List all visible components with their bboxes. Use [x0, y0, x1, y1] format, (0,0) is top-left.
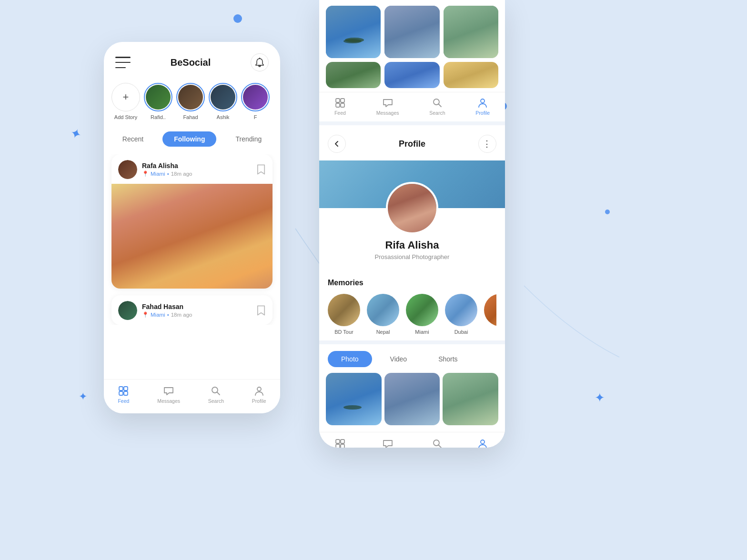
memory-nepal[interactable]: Nepal [367, 294, 399, 335]
media-tab-photo[interactable]: Photo [328, 351, 372, 367]
svg-rect-2 [119, 391, 123, 395]
svg-rect-7 [341, 99, 344, 102]
nav-messages-profile[interactable]: Messages [376, 438, 399, 448]
photo-grid-top [319, 0, 505, 92]
story-avatar-ashik [209, 83, 237, 111]
messages-icon-top [382, 97, 394, 109]
memory-miami[interactable]: Miami [406, 294, 438, 335]
profile-page-title: Profile [399, 139, 425, 149]
memories-section: Memories BD Tour Nepal Miami Dubai [319, 270, 505, 340]
photo-thumb-5[interactable] [384, 62, 439, 88]
nav-search-top[interactable]: Search [429, 97, 445, 116]
photo-grid-item-2[interactable] [384, 373, 440, 425]
add-story-button[interactable]: + Add Story [111, 83, 140, 120]
right-phone: Feed Messages Search [319, 0, 505, 448]
story-item-extra[interactable]: F [241, 83, 270, 120]
photo-thumb-1[interactable] [326, 6, 381, 58]
post-meta-1: 📍 Miami • 18m ago [142, 170, 192, 177]
nav-profile-left[interactable]: Profile [252, 385, 266, 404]
app-header: BeSocial [104, 42, 280, 79]
post-image-1 [111, 184, 273, 289]
back-button[interactable] [328, 135, 346, 153]
memory-extra[interactable]: I [484, 294, 496, 335]
nav-messages-left[interactable]: Messages [157, 385, 180, 404]
bottom-nav-top: Feed Messages Search [319, 92, 505, 121]
svg-rect-15 [341, 444, 344, 448]
media-tab-shorts[interactable]: Shorts [425, 351, 471, 367]
story-item-rafid[interactable]: Rafid.. [144, 83, 172, 120]
svg-rect-1 [124, 387, 128, 390]
memory-circle-nepal [367, 294, 399, 326]
story-item-ashik[interactable]: Ashik [209, 83, 237, 120]
nav-profile-profile[interactable]: Profile [475, 438, 490, 448]
memory-circle-dubai [445, 294, 477, 326]
profile-icon-profile [477, 438, 488, 448]
svg-point-11 [481, 99, 485, 103]
memory-label-nepal: Nepal [376, 329, 390, 335]
post-avatar-2 [118, 301, 137, 320]
section-separator [319, 121, 505, 125]
story-label-ashik: Ashik [217, 114, 230, 120]
svg-point-5 [257, 387, 261, 391]
story-avatar-rafid [144, 83, 172, 111]
profile-icon-top [477, 97, 488, 109]
search-icon-top [432, 97, 443, 109]
photo-thumb-4[interactable] [326, 62, 381, 88]
tab-recent[interactable]: Recent [111, 131, 155, 147]
location-pin-icon: 📍 [142, 170, 149, 177]
post-location-1: Miami [151, 171, 165, 177]
nav-messages-top[interactable]: Messages [376, 97, 399, 116]
filter-tabs: Recent Following Trending [104, 128, 280, 154]
photo-thumb-3[interactable] [444, 6, 498, 58]
photo-grid-item-3[interactable] [443, 373, 498, 425]
notifications-button[interactable] [251, 53, 269, 71]
media-tabs: Photo Video Shorts [319, 344, 505, 373]
post-location-2: Miami [151, 312, 165, 318]
post-time-1: 18m ago [171, 171, 192, 177]
messages-icon-profile [382, 438, 394, 448]
more-options-button[interactable]: ⋮ [478, 135, 496, 153]
section-separator-2 [319, 340, 505, 344]
photo-grid-item-1[interactable] [326, 373, 382, 425]
bookmark-button-1[interactable] [256, 164, 266, 175]
photo-thumb-6[interactable] [444, 62, 498, 88]
post-header-1: Rafa Alisha 📍 Miami • 18m ago [111, 154, 273, 184]
nav-feed-profile[interactable]: Feed [334, 438, 346, 448]
nav-profile-top[interactable]: Profile [475, 97, 490, 116]
menu-button[interactable] [115, 57, 131, 68]
post-header-2: Fahad Hasan 📍 Miami • 18m ago [111, 295, 273, 325]
post-user-info-2: Fahad Hasan 📍 Miami • 18m ago [142, 303, 192, 318]
tab-following[interactable]: Following [162, 131, 216, 147]
memory-bd-tour[interactable]: BD Tour [328, 294, 360, 335]
nav-feed-top[interactable]: Feed [334, 97, 346, 116]
post-time-2: 18m ago [171, 312, 192, 318]
search-icon-left [210, 385, 222, 397]
nav-feed-label: Feed [118, 398, 129, 404]
feed-icon-profile [334, 438, 346, 448]
nav-profile-label-top: Profile [475, 110, 490, 116]
post-avatar-1 [118, 160, 137, 179]
media-tab-video[interactable]: Video [377, 351, 421, 367]
profile-name: Rifa Alisha [319, 239, 505, 251]
nav-feed[interactable]: Feed [118, 385, 129, 404]
photo-grid-bottom [319, 373, 505, 432]
profile-avatar [386, 182, 438, 234]
profile-header-bar: Profile ⋮ [319, 125, 505, 160]
story-avatar-extra [241, 83, 270, 111]
nav-search-label-top: Search [429, 110, 445, 116]
search-icon-profile [432, 438, 443, 448]
photo-thumb-2[interactable] [384, 6, 439, 58]
bookmark-button-2[interactable] [256, 305, 266, 316]
svg-rect-13 [341, 440, 344, 443]
bottom-nav-profile: Feed Messages Search [319, 432, 505, 448]
svg-rect-9 [341, 103, 344, 107]
svg-rect-8 [336, 103, 340, 107]
nav-search-profile[interactable]: Search [429, 438, 445, 448]
nav-search-left[interactable]: Search [208, 385, 224, 404]
memory-dubai[interactable]: Dubai [445, 294, 477, 335]
tab-trending[interactable]: Trending [224, 131, 273, 147]
post-time-sep-2: • [167, 312, 169, 318]
memory-label-bd: BD Tour [334, 329, 353, 335]
story-item-fahad[interactable]: Fahad [176, 83, 205, 120]
memories-row: BD Tour Nepal Miami Dubai I [328, 294, 496, 335]
